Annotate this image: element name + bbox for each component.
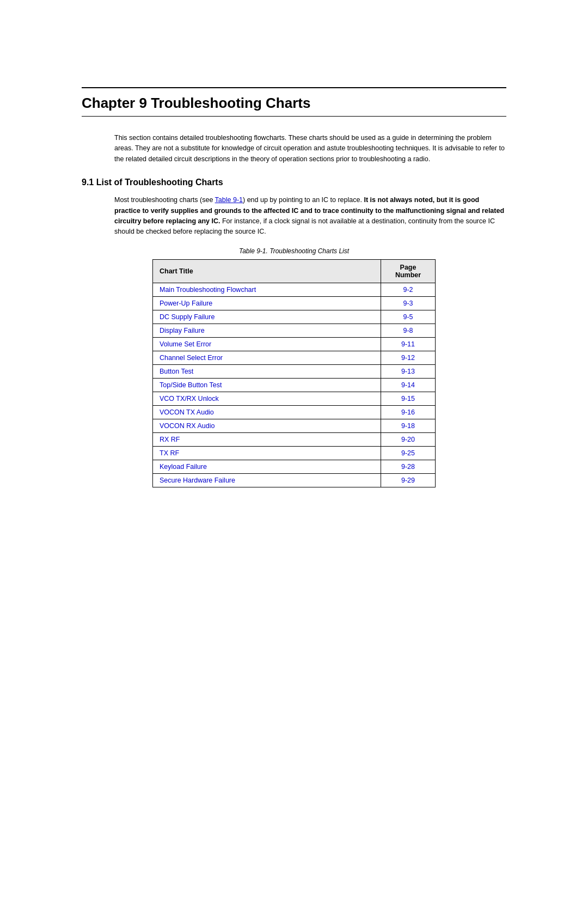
chart-title-link[interactable]: Top/Side Button Test [160,381,222,389]
chart-title-cell: Power-Up Failure [153,296,381,310]
table-header-row: Chart Title PageNumber [153,259,436,283]
chart-title-link[interactable]: TX RF [160,449,179,457]
page-number-link[interactable]: 9-18 [401,422,415,430]
section-91-title: 9.1 List of Troubleshooting Charts [82,178,506,187]
page-number-link[interactable]: 9-16 [401,408,415,416]
page-number-link[interactable]: 9-8 [403,327,413,334]
chart-title-link[interactable]: Power-Up Failure [160,300,212,307]
chart-title-link[interactable]: DC Supply Failure [160,313,215,321]
page-num-cell: 9-11 [381,337,436,351]
page-number-link[interactable]: 9-2 [403,286,413,294]
table-row: VOCON TX Audio9-16 [153,405,436,419]
table-row: Display Failure9-8 [153,324,436,337]
table-row: Keyload Failure9-28 [153,460,436,473]
col-header-chart-title: Chart Title [153,259,381,283]
table-row: TX RF9-25 [153,446,436,460]
chart-title-link[interactable]: Display Failure [160,327,205,334]
table-row: Volume Set Error9-11 [153,337,436,351]
page-num-cell: 9-2 [381,283,436,296]
table-caption: Table 9-1. Troubleshooting Charts List [82,247,506,255]
chart-title-cell: VOCON TX Audio [153,405,381,419]
chart-title-link[interactable]: Secure Hardware Failure [160,477,235,484]
table-row: Secure Hardware Failure9-29 [153,473,436,487]
page-number-link[interactable]: 9-5 [403,313,413,321]
chapter-title: Chapter 9 Troubleshooting Charts [82,95,506,112]
table-row: Main Troubleshooting Flowchart9-2 [153,283,436,296]
table-row: RX RF9-20 [153,432,436,446]
section-number: 9.1 [82,178,94,187]
intro-paragraph: This section contains detailed troublesh… [114,133,506,164]
body-text-1: Most troubleshooting charts (see Table 9… [114,196,364,204]
chart-title-link[interactable]: VCO TX/RX Unlock [160,395,219,402]
table-row: Button Test9-13 [153,364,436,378]
chart-title-link[interactable]: Channel Select Error [160,354,223,362]
chart-title-cell: VOCON RX Audio [153,419,381,432]
page-num-cell: 9-25 [381,446,436,460]
page-number-link[interactable]: 9-12 [401,354,415,362]
chart-title-link[interactable]: VOCON RX Audio [160,422,215,430]
chart-title-cell: Channel Select Error [153,351,381,364]
page-number-link[interactable]: 9-13 [401,368,415,375]
chart-title-cell: Button Test [153,364,381,378]
page-number-link[interactable]: 9-3 [403,300,413,307]
chart-title-cell: Keyload Failure [153,460,381,473]
chart-title-link[interactable]: Keyload Failure [160,463,207,471]
chart-title-cell: Display Failure [153,324,381,337]
chapter-header: Chapter 9 Troubleshooting Charts [82,88,506,117]
table-row: DC Supply Failure9-5 [153,310,436,324]
page-num-cell: 9-20 [381,432,436,446]
page-number-link[interactable]: 9-29 [401,477,415,484]
chart-title-cell: TX RF [153,446,381,460]
table-link[interactable]: Table 9-1 [215,196,243,204]
chart-title-link[interactable]: Main Troubleshooting Flowchart [160,286,256,294]
page-num-cell: 9-3 [381,296,436,310]
troubleshooting-table: Chart Title PageNumber Main Troubleshoot… [152,259,436,487]
table-row: Channel Select Error9-12 [153,351,436,364]
page-num-cell: 9-16 [381,405,436,419]
page-num-cell: 9-5 [381,310,436,324]
col-header-page-number: PageNumber [381,259,436,283]
content-area: This section contains detailed troublesh… [82,133,506,487]
chart-title-cell: Top/Side Button Test [153,378,381,392]
page-number-link[interactable]: 9-11 [401,340,415,348]
page-num-cell: 9-12 [381,351,436,364]
page-number-link[interactable]: 9-28 [401,463,415,471]
page-number-link[interactable]: 9-14 [401,381,415,389]
chart-title-cell: Main Troubleshooting Flowchart [153,283,381,296]
page: Chapter 9 Troubleshooting Charts This se… [0,87,588,909]
section-label: List of Troubleshooting Charts [96,178,223,187]
section-body-text: Most troubleshooting charts (see Table 9… [114,195,506,237]
chart-title-link[interactable]: RX RF [160,436,180,443]
chart-title-cell: VCO TX/RX Unlock [153,392,381,405]
page-number-link[interactable]: 9-25 [401,449,415,457]
table-row: Power-Up Failure9-3 [153,296,436,310]
chart-title-link[interactable]: Volume Set Error [160,340,211,348]
page-number-link[interactable]: 9-15 [401,395,415,402]
page-num-cell: 9-15 [381,392,436,405]
page-num-cell: 9-8 [381,324,436,337]
page-num-cell: 9-28 [381,460,436,473]
table-row: VCO TX/RX Unlock9-15 [153,392,436,405]
chart-title-cell: Secure Hardware Failure [153,473,381,487]
table-row: VOCON RX Audio9-18 [153,419,436,432]
page-num-cell: 9-18 [381,419,436,432]
chart-title-cell: Volume Set Error [153,337,381,351]
page-num-cell: 9-14 [381,378,436,392]
chart-title-cell: DC Supply Failure [153,310,381,324]
page-number-link[interactable]: 9-20 [401,436,415,443]
chart-title-link[interactable]: VOCON TX Audio [160,408,214,416]
chart-title-cell: RX RF [153,432,381,446]
page-num-cell: 9-13 [381,364,436,378]
page-num-cell: 9-29 [381,473,436,487]
table-row: Top/Side Button Test9-14 [153,378,436,392]
chart-title-link[interactable]: Button Test [160,368,193,375]
